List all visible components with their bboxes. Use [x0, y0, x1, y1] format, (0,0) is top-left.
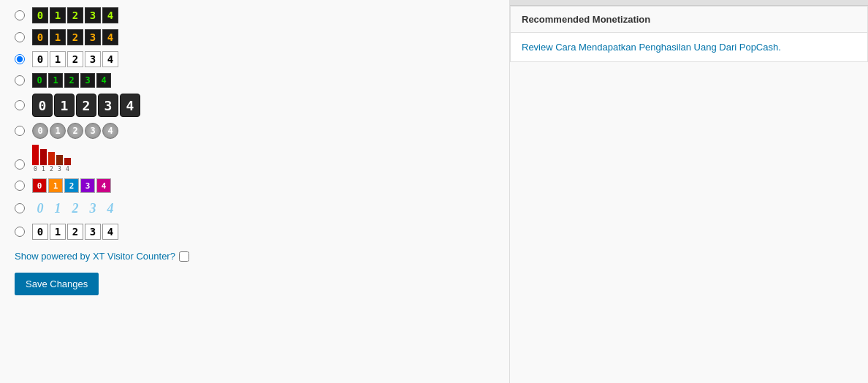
digit: 1 — [50, 123, 66, 139]
radio-style9[interactable] — [15, 203, 25, 213]
counter-style-row-9: 0 1 2 3 4 — [15, 199, 495, 218]
digit: 0 — [32, 94, 53, 117]
bar-item — [40, 149, 47, 165]
digit: 4 — [96, 178, 111, 193]
digit: 1 — [50, 199, 66, 218]
counter-preview-3: 0 1 2 3 4 — [32, 51, 118, 67]
monetization-link[interactable]: Review Cara Mendapatkan Penghasilan Uang… — [522, 42, 781, 53]
sidebar-section-content: Review Cara Mendapatkan Penghasilan Uang… — [511, 33, 867, 61]
digit: 3 — [98, 94, 118, 117]
digit: 2 — [67, 224, 83, 240]
digit: 0 — [32, 224, 48, 240]
radio-style5[interactable] — [15, 100, 25, 110]
digit: 2 — [67, 199, 83, 218]
counter-style-row-2: 0 1 2 3 4 — [15, 29, 495, 45]
main-panel: 0 1 2 3 4 0 1 2 3 4 0 1 2 — [0, 0, 510, 383]
digit: 1 — [50, 29, 66, 45]
bar-num: 1 — [40, 166, 47, 172]
counter-style-row-5: 0 1 2 3 4 — [15, 94, 495, 117]
digit: 2 — [67, 123, 83, 139]
digit: 2 — [64, 178, 79, 193]
digit: 3 — [85, 199, 101, 218]
digit: 4 — [102, 224, 118, 240]
digit: 1 — [54, 94, 75, 117]
counter-style-row-3: 0 1 2 3 4 — [15, 51, 495, 67]
digit: 4 — [120, 94, 140, 117]
digit: 2 — [67, 51, 83, 67]
radio-style4[interactable] — [15, 75, 25, 86]
digit: 4 — [102, 7, 118, 23]
sidebar-top-bar — [510, 0, 868, 6]
counter-preview-4: 0 1 2 3 4 — [32, 73, 111, 88]
counter-preview-7: 0 1 2 3 4 — [32, 145, 71, 172]
digit: 1 — [50, 51, 66, 67]
digit: 3 — [80, 178, 95, 193]
digit: 1 — [50, 7, 66, 23]
digit: 2 — [67, 29, 83, 45]
counter-preview-9: 0 1 2 3 4 — [32, 199, 118, 218]
counter-style-row-7: 0 1 2 3 4 — [15, 145, 495, 172]
digit: 4 — [96, 73, 111, 88]
digit: 3 — [80, 73, 95, 88]
digit: 3 — [85, 123, 101, 139]
radio-style3[interactable] — [15, 54, 25, 64]
bar-nums: 0 1 2 3 4 — [32, 166, 71, 172]
counter-style-row-6: 0 1 2 3 4 — [15, 123, 495, 139]
digit: 2 — [64, 73, 79, 88]
counter-preview-2: 0 1 2 3 4 — [32, 29, 118, 45]
bar-num: 4 — [64, 166, 71, 172]
bar-item — [32, 145, 39, 165]
counter-preview-8: 0 1 2 3 4 — [32, 178, 111, 193]
bar-item — [56, 155, 63, 165]
digit: 3 — [85, 29, 101, 45]
digit: 2 — [67, 7, 83, 23]
bar-item — [64, 158, 71, 165]
digit: 3 — [85, 224, 101, 240]
digit: 0 — [32, 199, 48, 218]
powered-by-row: Show powered by XT Visitor Counter? — [15, 251, 495, 262]
counter-style-row-8: 0 1 2 3 4 — [15, 178, 495, 193]
digit: 0 — [32, 51, 48, 67]
counter-style-row-10: 0 1 2 3 4 — [15, 224, 495, 240]
bars-row — [32, 145, 71, 165]
counter-preview-10: 0 1 2 3 4 — [32, 224, 118, 240]
bar-num: 2 — [48, 166, 55, 172]
digit: 1 — [50, 224, 66, 240]
digit: 0 — [32, 123, 48, 139]
radio-style8[interactable] — [15, 181, 25, 191]
digit: 1 — [48, 178, 63, 193]
powered-by-checkbox[interactable] — [179, 251, 189, 262]
sidebar: Recommended Monetization Review Cara Men… — [510, 0, 868, 383]
digit: 3 — [85, 51, 101, 67]
powered-by-label: Show powered by XT Visitor Counter? — [15, 251, 175, 262]
radio-style10[interactable] — [15, 227, 25, 237]
digit: 0 — [32, 7, 48, 23]
digit: 4 — [102, 29, 118, 45]
digit: 4 — [102, 51, 118, 67]
counter-preview-5: 0 1 2 3 4 — [32, 94, 140, 117]
radio-style7[interactable] — [15, 159, 25, 170]
digit: 4 — [102, 123, 118, 139]
digit: 0 — [32, 73, 47, 88]
counter-preview-6: 0 1 2 3 4 — [32, 123, 118, 139]
bar-num: 3 — [56, 166, 63, 172]
counter-preview-1: 0 1 2 3 4 — [32, 7, 118, 23]
save-changes-button[interactable]: Save Changes — [15, 273, 99, 295]
counter-style-row-1: 0 1 2 3 4 — [15, 7, 495, 23]
sidebar-section-title: Recommended Monetization — [511, 7, 867, 33]
sidebar-recommended-monetization: Recommended Monetization Review Cara Men… — [510, 6, 868, 62]
digit: 3 — [85, 7, 101, 23]
radio-style1[interactable] — [15, 10, 25, 20]
bar-item — [48, 152, 55, 165]
radio-style6[interactable] — [15, 126, 25, 136]
bar-num: 0 — [32, 166, 39, 172]
digit: 2 — [76, 94, 96, 117]
digit: 1 — [48, 73, 63, 88]
digit: 0 — [32, 178, 47, 193]
counter-style-row-4: 0 1 2 3 4 — [15, 73, 495, 88]
digit: 4 — [102, 199, 118, 218]
radio-style2[interactable] — [15, 32, 25, 42]
digit: 0 — [32, 29, 48, 45]
